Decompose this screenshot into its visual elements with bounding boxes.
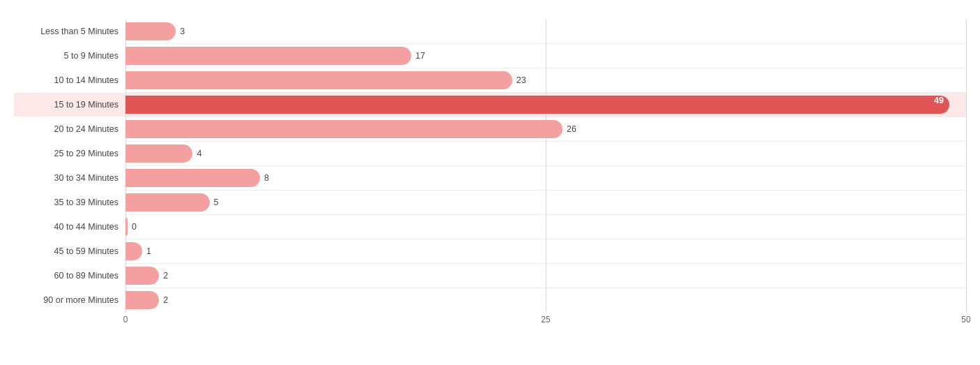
bar-fill [125,144,192,163]
bar-row: Less than 5 Minutes3 [14,20,966,43]
bar-track: 5 [125,193,966,211]
bar-fill [125,242,142,260]
bar-label: 15 to 19 Minutes [14,100,125,110]
chart-area: Less than 5 Minutes35 to 9 Minutes1710 t… [14,20,966,301]
bar-fill [125,47,411,65]
bar-label: 40 to 44 Minutes [14,222,125,232]
bar-fill [125,71,512,89]
bar-fill [125,22,176,40]
grid-line [966,20,967,312]
bar-row: 35 to 39 Minutes5 [14,191,966,214]
bar-row: 15 to 19 Minutes49 [14,93,966,117]
bar-value: 23 [516,75,526,85]
bar-row: 20 to 24 Minutes26 [14,117,966,141]
bar-fill [125,169,260,187]
bar-label: 90 or more Minutes [14,295,125,305]
bar-row: 25 to 29 Minutes4 [14,142,966,165]
bar-label: 45 to 59 Minutes [14,246,125,256]
bar-track: 2 [125,291,966,309]
bar-value: 2 [163,271,168,281]
bar-track: 8 [125,169,966,187]
bar-track: 3 [125,22,966,40]
bar-row: 60 to 89 Minutes2 [14,264,966,288]
bar-label: 5 to 9 Minutes [14,51,125,61]
bar-value: 26 [567,124,576,134]
bar-track: 26 [125,120,966,138]
bar-fill [125,193,210,211]
bar-row: 40 to 44 Minutes0 [14,215,966,239]
bar-track: 49 [125,96,966,114]
bar-value: 1 [146,246,151,256]
bar-label: 35 to 39 Minutes [14,198,125,207]
bar-fill [125,291,159,309]
bar-value: 0 [132,222,137,232]
x-axis-label: 50 [961,315,970,325]
bar-track: 17 [125,47,966,65]
bar-fill: 49 [125,96,949,114]
bar-track: 23 [125,71,966,89]
bar-fill [125,218,128,236]
bar-row: 45 to 59 Minutes1 [14,239,966,263]
bar-row: 5 to 9 Minutes17 [14,44,966,68]
bar-value: 2 [163,295,168,305]
bar-row: 10 to 14 Minutes23 [14,68,966,92]
bar-label: 60 to 89 Minutes [14,271,125,281]
bar-label: Less than 5 Minutes [14,27,125,36]
bar-value: 17 [415,51,425,61]
bar-label: 30 to 34 Minutes [14,173,125,183]
x-axis-label: 0 [123,315,128,325]
bar-value: 49 [934,96,944,105]
bar-fill [125,267,159,285]
bar-row: 30 to 34 Minutes8 [14,166,966,190]
chart-container: Less than 5 Minutes35 to 9 Minutes1710 t… [0,0,980,365]
bar-track: 2 [125,267,966,285]
bar-value: 8 [264,173,269,183]
bar-label: 20 to 24 Minutes [14,124,125,134]
bar-value: 3 [180,27,185,36]
bar-label: 10 to 14 Minutes [14,75,125,85]
bar-value: 4 [197,149,201,158]
bars-section: Less than 5 Minutes35 to 9 Minutes1710 t… [14,20,966,312]
bar-track: 4 [125,144,966,163]
bar-row: 90 or more Minutes2 [14,288,966,312]
x-axis-label: 25 [541,315,550,325]
bar-track: 0 [125,218,966,236]
bar-track: 1 [125,242,966,260]
bar-label: 25 to 29 Minutes [14,149,125,158]
bar-fill [125,120,562,138]
bar-value: 5 [214,198,219,207]
